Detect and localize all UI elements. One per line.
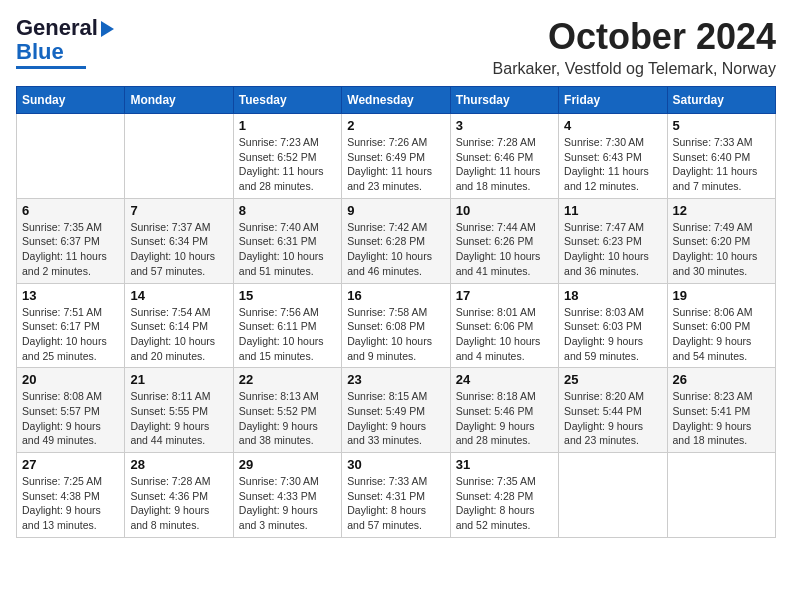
calendar-cell: 8Sunrise: 7:40 AM Sunset: 6:31 PM Daylig… [233, 198, 341, 283]
day-info: Sunrise: 7:26 AM Sunset: 6:49 PM Dayligh… [347, 135, 444, 194]
calendar-cell: 20Sunrise: 8:08 AM Sunset: 5:57 PM Dayli… [17, 368, 125, 453]
weekday-header-monday: Monday [125, 87, 233, 114]
weekday-header-thursday: Thursday [450, 87, 558, 114]
weekday-header-row: SundayMondayTuesdayWednesdayThursdayFrid… [17, 87, 776, 114]
calendar-cell [559, 453, 667, 538]
day-number: 10 [456, 203, 553, 218]
day-number: 29 [239, 457, 336, 472]
logo: General Blue [16, 16, 114, 69]
day-number: 3 [456, 118, 553, 133]
day-info: Sunrise: 7:56 AM Sunset: 6:11 PM Dayligh… [239, 305, 336, 364]
day-info: Sunrise: 7:49 AM Sunset: 6:20 PM Dayligh… [673, 220, 770, 279]
title-block: October 2024 Barkaker, Vestfold og Telem… [493, 16, 776, 78]
weekday-header-saturday: Saturday [667, 87, 775, 114]
day-info: Sunrise: 8:03 AM Sunset: 6:03 PM Dayligh… [564, 305, 661, 364]
calendar-cell: 6Sunrise: 7:35 AM Sunset: 6:37 PM Daylig… [17, 198, 125, 283]
day-info: Sunrise: 8:23 AM Sunset: 5:41 PM Dayligh… [673, 389, 770, 448]
location-title: Barkaker, Vestfold og Telemark, Norway [493, 60, 776, 78]
day-number: 24 [456, 372, 553, 387]
page-header: General Blue October 2024 Barkaker, Vest… [16, 16, 776, 78]
calendar-cell: 14Sunrise: 7:54 AM Sunset: 6:14 PM Dayli… [125, 283, 233, 368]
calendar-week-2: 6Sunrise: 7:35 AM Sunset: 6:37 PM Daylig… [17, 198, 776, 283]
day-info: Sunrise: 7:28 AM Sunset: 6:46 PM Dayligh… [456, 135, 553, 194]
logo-text: General Blue [16, 16, 114, 64]
day-info: Sunrise: 8:13 AM Sunset: 5:52 PM Dayligh… [239, 389, 336, 448]
calendar-week-1: 1Sunrise: 7:23 AM Sunset: 6:52 PM Daylig… [17, 114, 776, 199]
calendar-cell: 11Sunrise: 7:47 AM Sunset: 6:23 PM Dayli… [559, 198, 667, 283]
day-number: 17 [456, 288, 553, 303]
day-number: 30 [347, 457, 444, 472]
day-number: 27 [22, 457, 119, 472]
day-info: Sunrise: 8:08 AM Sunset: 5:57 PM Dayligh… [22, 389, 119, 448]
day-info: Sunrise: 7:35 AM Sunset: 4:28 PM Dayligh… [456, 474, 553, 533]
calendar-cell: 13Sunrise: 7:51 AM Sunset: 6:17 PM Dayli… [17, 283, 125, 368]
day-number: 5 [673, 118, 770, 133]
day-info: Sunrise: 7:25 AM Sunset: 4:38 PM Dayligh… [22, 474, 119, 533]
day-info: Sunrise: 8:01 AM Sunset: 6:06 PM Dayligh… [456, 305, 553, 364]
weekday-header-tuesday: Tuesday [233, 87, 341, 114]
day-number: 31 [456, 457, 553, 472]
day-number: 7 [130, 203, 227, 218]
day-info: Sunrise: 7:23 AM Sunset: 6:52 PM Dayligh… [239, 135, 336, 194]
day-info: Sunrise: 7:40 AM Sunset: 6:31 PM Dayligh… [239, 220, 336, 279]
day-number: 8 [239, 203, 336, 218]
calendar-cell: 27Sunrise: 7:25 AM Sunset: 4:38 PM Dayli… [17, 453, 125, 538]
day-number: 20 [22, 372, 119, 387]
day-number: 23 [347, 372, 444, 387]
day-number: 15 [239, 288, 336, 303]
calendar-cell: 21Sunrise: 8:11 AM Sunset: 5:55 PM Dayli… [125, 368, 233, 453]
day-number: 16 [347, 288, 444, 303]
calendar-cell: 30Sunrise: 7:33 AM Sunset: 4:31 PM Dayli… [342, 453, 450, 538]
calendar-cell: 7Sunrise: 7:37 AM Sunset: 6:34 PM Daylig… [125, 198, 233, 283]
day-number: 18 [564, 288, 661, 303]
day-info: Sunrise: 7:44 AM Sunset: 6:26 PM Dayligh… [456, 220, 553, 279]
day-number: 25 [564, 372, 661, 387]
calendar-cell: 3Sunrise: 7:28 AM Sunset: 6:46 PM Daylig… [450, 114, 558, 199]
day-info: Sunrise: 7:30 AM Sunset: 6:43 PM Dayligh… [564, 135, 661, 194]
logo-underline [16, 66, 86, 69]
day-number: 2 [347, 118, 444, 133]
day-number: 28 [130, 457, 227, 472]
day-number: 9 [347, 203, 444, 218]
calendar-cell: 15Sunrise: 7:56 AM Sunset: 6:11 PM Dayli… [233, 283, 341, 368]
calendar-cell: 29Sunrise: 7:30 AM Sunset: 4:33 PM Dayli… [233, 453, 341, 538]
calendar-cell: 18Sunrise: 8:03 AM Sunset: 6:03 PM Dayli… [559, 283, 667, 368]
calendar-cell: 16Sunrise: 7:58 AM Sunset: 6:08 PM Dayli… [342, 283, 450, 368]
day-number: 22 [239, 372, 336, 387]
calendar-week-3: 13Sunrise: 7:51 AM Sunset: 6:17 PM Dayli… [17, 283, 776, 368]
calendar-table: SundayMondayTuesdayWednesdayThursdayFrid… [16, 86, 776, 538]
calendar-cell: 22Sunrise: 8:13 AM Sunset: 5:52 PM Dayli… [233, 368, 341, 453]
calendar-cell: 10Sunrise: 7:44 AM Sunset: 6:26 PM Dayli… [450, 198, 558, 283]
day-number: 4 [564, 118, 661, 133]
day-number: 1 [239, 118, 336, 133]
day-info: Sunrise: 7:58 AM Sunset: 6:08 PM Dayligh… [347, 305, 444, 364]
day-info: Sunrise: 7:28 AM Sunset: 4:36 PM Dayligh… [130, 474, 227, 533]
day-info: Sunrise: 7:35 AM Sunset: 6:37 PM Dayligh… [22, 220, 119, 279]
calendar-cell: 19Sunrise: 8:06 AM Sunset: 6:00 PM Dayli… [667, 283, 775, 368]
day-number: 19 [673, 288, 770, 303]
calendar-cell: 31Sunrise: 7:35 AM Sunset: 4:28 PM Dayli… [450, 453, 558, 538]
calendar-cell: 12Sunrise: 7:49 AM Sunset: 6:20 PM Dayli… [667, 198, 775, 283]
day-number: 14 [130, 288, 227, 303]
calendar-cell: 24Sunrise: 8:18 AM Sunset: 5:46 PM Dayli… [450, 368, 558, 453]
month-title: October 2024 [493, 16, 776, 58]
day-info: Sunrise: 8:15 AM Sunset: 5:49 PM Dayligh… [347, 389, 444, 448]
calendar-cell: 25Sunrise: 8:20 AM Sunset: 5:44 PM Dayli… [559, 368, 667, 453]
day-info: Sunrise: 7:51 AM Sunset: 6:17 PM Dayligh… [22, 305, 119, 364]
day-info: Sunrise: 8:20 AM Sunset: 5:44 PM Dayligh… [564, 389, 661, 448]
weekday-header-wednesday: Wednesday [342, 87, 450, 114]
day-info: Sunrise: 7:47 AM Sunset: 6:23 PM Dayligh… [564, 220, 661, 279]
day-info: Sunrise: 7:30 AM Sunset: 4:33 PM Dayligh… [239, 474, 336, 533]
day-info: Sunrise: 7:33 AM Sunset: 4:31 PM Dayligh… [347, 474, 444, 533]
day-number: 13 [22, 288, 119, 303]
calendar-cell: 23Sunrise: 8:15 AM Sunset: 5:49 PM Dayli… [342, 368, 450, 453]
calendar-week-5: 27Sunrise: 7:25 AM Sunset: 4:38 PM Dayli… [17, 453, 776, 538]
calendar-body: 1Sunrise: 7:23 AM Sunset: 6:52 PM Daylig… [17, 114, 776, 538]
day-info: Sunrise: 8:06 AM Sunset: 6:00 PM Dayligh… [673, 305, 770, 364]
calendar-cell: 17Sunrise: 8:01 AM Sunset: 6:06 PM Dayli… [450, 283, 558, 368]
day-info: Sunrise: 8:18 AM Sunset: 5:46 PM Dayligh… [456, 389, 553, 448]
calendar-cell [125, 114, 233, 199]
day-info: Sunrise: 8:11 AM Sunset: 5:55 PM Dayligh… [130, 389, 227, 448]
day-info: Sunrise: 7:37 AM Sunset: 6:34 PM Dayligh… [130, 220, 227, 279]
day-number: 12 [673, 203, 770, 218]
